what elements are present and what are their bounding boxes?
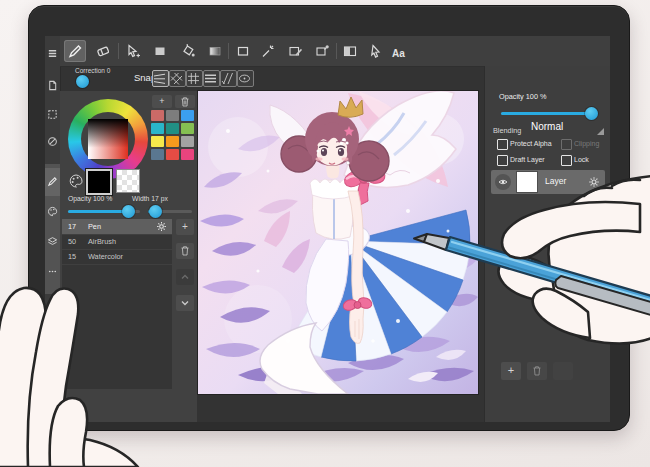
- brush-row-airbrush[interactable]: 50 AirBrush: [62, 234, 172, 250]
- brush-size: 17: [68, 219, 76, 234]
- tab-layers[interactable]: [45, 228, 60, 256]
- tablet-device: ↪ ↩ Aa: [28, 5, 630, 431]
- palette-icon[interactable]: [68, 173, 84, 189]
- brush-opacity-label: Opacity 100 %: [68, 195, 112, 202]
- saturation-value-square[interactable]: [88, 119, 128, 159]
- scene: ↪ ↩ Aa: [0, 0, 650, 467]
- layer-more-button[interactable]: [553, 362, 573, 380]
- delete-layer-button[interactable]: [527, 362, 547, 380]
- brush-color-panel: + Opacity 100 % Width 17 px: [60, 91, 197, 422]
- drawing-canvas[interactable]: [198, 91, 478, 394]
- brush-width-label: Width 17 px: [132, 195, 168, 202]
- delete-swatch-button[interactable]: [175, 95, 195, 108]
- color-swatch[interactable]: [166, 123, 179, 134]
- pen-tool-button[interactable]: [64, 40, 86, 62]
- eye-icon: [498, 177, 508, 187]
- rect-select-tool-button[interactable]: [232, 40, 254, 62]
- select-icon[interactable]: [47, 109, 58, 120]
- lock-label: Lock: [574, 156, 589, 163]
- layer-opacity-label: Opacity 100 %: [499, 92, 546, 101]
- move-tool-button[interactable]: [122, 40, 144, 62]
- add-brush-button[interactable]: +: [176, 219, 194, 235]
- protect-alpha-checkbox[interactable]: [497, 139, 508, 150]
- brush-width-knob[interactable]: [149, 205, 162, 218]
- panel-toggle-button[interactable]: [339, 40, 361, 62]
- delete-brush-button[interactable]: [176, 243, 194, 259]
- transparent-color-chip[interactable]: [116, 169, 140, 193]
- toolbar-divider: [228, 43, 229, 59]
- color-swatch[interactable]: [151, 123, 164, 134]
- snap-crosshatch-button[interactable]: [169, 70, 186, 87]
- redo-icon[interactable]: ↪: [45, 332, 60, 346]
- tab-color[interactable]: [45, 198, 60, 226]
- brush-name: Watercolor: [88, 249, 123, 264]
- color-swatch[interactable]: [166, 149, 179, 160]
- draw-select-tool-button[interactable]: [284, 40, 306, 62]
- color-swatch[interactable]: [166, 110, 179, 121]
- brush-row-watercolor[interactable]: 15 Watercolor: [62, 249, 172, 265]
- color-swatch[interactable]: [151, 149, 164, 160]
- layer-panel: Opacity 100 % Blending Normal Protect Al…: [484, 66, 610, 422]
- correction-slider-knob[interactable]: [76, 75, 89, 88]
- bucket-tool-button[interactable]: [177, 40, 199, 62]
- brush-name: AirBrush: [88, 234, 116, 249]
- brush-row-pen[interactable]: 17 Pen: [62, 219, 172, 235]
- draft-layer-label: Draft Layer: [510, 156, 545, 163]
- layer-name: Layer: [545, 176, 566, 186]
- lock-checkbox[interactable]: [561, 155, 572, 166]
- clipping-label: Clipping: [574, 140, 599, 147]
- add-layer-button[interactable]: +: [501, 362, 521, 380]
- toolbar-divider: [336, 43, 337, 59]
- color-swatch[interactable]: [181, 123, 194, 134]
- layer-thumbnail[interactable]: [517, 172, 537, 192]
- layer-visibility-toggle[interactable]: [495, 174, 511, 190]
- pointer-tool-button[interactable]: [364, 40, 386, 62]
- snap-grid-button[interactable]: [186, 70, 203, 87]
- select-move-tool-button[interactable]: [311, 40, 333, 62]
- menu-icon[interactable]: [47, 48, 58, 59]
- foreground-color-chip[interactable]: [86, 169, 112, 195]
- brush-opacity-knob[interactable]: [122, 205, 135, 218]
- color-swatch[interactable]: [166, 136, 179, 147]
- tab-brush[interactable]: [45, 168, 60, 196]
- correction-label: Correction 0: [75, 67, 110, 74]
- dropdown-corner-icon[interactable]: [597, 128, 604, 135]
- panel-tabs: [45, 164, 60, 294]
- brush-down-button[interactable]: [176, 295, 194, 311]
- tab-more[interactable]: [45, 258, 60, 286]
- text-tool-label: Aa: [392, 43, 405, 65]
- color-swatch[interactable]: [151, 110, 164, 121]
- text-tool-button[interactable]: Aa: [389, 40, 411, 62]
- snap-off-icon[interactable]: [47, 136, 58, 147]
- snap-rows-button[interactable]: [203, 70, 220, 87]
- draft-layer-checkbox[interactable]: [497, 155, 508, 166]
- snap-ellipse-button[interactable]: [237, 70, 254, 87]
- gradient-tool-button[interactable]: [204, 40, 226, 62]
- brush-name: Pen: [88, 219, 101, 234]
- undo-icon[interactable]: ↩: [45, 368, 60, 382]
- app-screen: ↪ ↩ Aa: [45, 36, 610, 422]
- layer-opacity-slider[interactable]: [501, 112, 597, 115]
- color-swatch[interactable]: [181, 110, 194, 121]
- eraser-tool-button[interactable]: [92, 40, 114, 62]
- add-swatch-button[interactable]: +: [152, 95, 172, 108]
- file-icon[interactable]: [47, 80, 58, 91]
- color-swatch[interactable]: [181, 136, 194, 147]
- gear-icon[interactable]: [156, 221, 167, 232]
- blending-label: Blending: [493, 126, 521, 135]
- layer-opacity-knob[interactable]: [585, 107, 598, 120]
- blending-dropdown[interactable]: Normal: [531, 121, 563, 132]
- fill-rect-tool-button[interactable]: [149, 40, 171, 62]
- left-sidebar: ↪ ↩: [45, 36, 61, 422]
- clipping-checkbox[interactable]: [561, 139, 572, 150]
- gear-icon[interactable]: [588, 176, 600, 188]
- brush-up-button[interactable]: [176, 269, 194, 285]
- color-swatch[interactable]: [151, 136, 164, 147]
- protect-alpha-label: Protect Alpha: [510, 140, 552, 147]
- layer-row[interactable]: Layer: [491, 170, 605, 194]
- brush-size: 15: [68, 249, 76, 264]
- magic-wand-tool-button[interactable]: [257, 40, 279, 62]
- snap-diagonal-button[interactable]: [220, 70, 237, 87]
- color-swatch[interactable]: [181, 149, 194, 160]
- snap-parallel-button[interactable]: [152, 70, 169, 87]
